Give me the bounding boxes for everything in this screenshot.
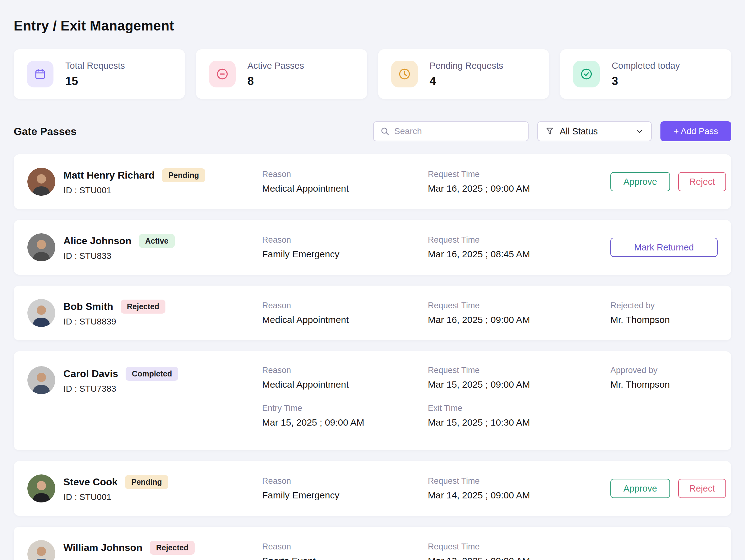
stat-card-active-passes: Active Passes 8 (196, 49, 367, 99)
funnel-icon (545, 126, 555, 136)
student-name: Bob Smith (63, 301, 113, 312)
chevron-down-icon (635, 127, 644, 136)
status-badge: Rejected (121, 300, 165, 314)
status-badge: Rejected (150, 541, 195, 555)
status-filter-value: All Status (560, 126, 630, 136)
reason-value: Medical Appointment (262, 379, 428, 390)
avatar (27, 366, 55, 394)
exit-time-label: Exit Time (428, 404, 610, 413)
stat-label: Completed today (612, 61, 680, 71)
status-badge: Active (139, 234, 175, 248)
request-time-label: Request Time (428, 169, 610, 179)
avatar (27, 233, 55, 261)
stats-row: Total Requests 15 Active Passes 8 (14, 49, 731, 99)
student-name: Alice Johnson (63, 235, 132, 247)
gate-pass-row: Steve Cook Pending ID : STU001 Reason Fa… (14, 461, 731, 516)
gate-pass-row: Alice Johnson Active ID : STU833 Reason … (14, 220, 731, 275)
search-input[interactable] (394, 126, 522, 136)
student-id: ID : STU001 (63, 185, 205, 195)
status-badge: Completed (126, 367, 178, 381)
student-id: ID : STU8839 (63, 317, 165, 327)
avatar (27, 474, 55, 502)
stat-label: Total Requests (65, 61, 125, 71)
rejected-by-value: Mr. Thompson (610, 314, 718, 325)
add-pass-button[interactable]: + Add Pass (660, 121, 731, 141)
request-time-value: Mar 13, 2025 ; 09:00 AM (428, 556, 610, 560)
student-name: Carol Davis (63, 368, 118, 379)
clock-icon (391, 61, 418, 87)
mark-returned-button[interactable]: Mark Returned (610, 238, 718, 257)
entry-time-value: Mar 15, 2025 ; 09:00 AM (262, 417, 428, 428)
page-title: Entry / Exit Management (14, 18, 731, 34)
request-time-label: Request Time (428, 301, 610, 310)
reason-value: Sports Event (262, 556, 428, 560)
stat-value: 15 (65, 75, 125, 88)
student-id: ID : STU7383 (63, 384, 178, 394)
avatar (27, 299, 55, 327)
avatar (27, 168, 55, 196)
stat-label: Active Passes (248, 61, 304, 71)
approve-button[interactable]: Approve (610, 172, 670, 191)
request-time-value: Mar 14, 2025 ; 09:00 AM (428, 490, 610, 501)
student-name: Matt Henry Richard (63, 169, 155, 181)
check-circle-icon (573, 61, 600, 87)
stat-value: 3 (612, 75, 680, 88)
approved-by-value: Mr. Thompson (610, 379, 718, 390)
rejected-by-label: Rejected by (610, 301, 718, 310)
request-time-label: Request Time (428, 476, 610, 486)
status-badge: Pending (162, 168, 205, 182)
gate-pass-row: Bob Smith Rejected ID : STU8839 Reason M… (14, 286, 731, 340)
student-name: William Johnson (63, 542, 142, 554)
reject-button[interactable]: Reject (678, 172, 726, 191)
reason-value: Family Emergency (262, 490, 428, 501)
student-id: ID : STU833 (63, 251, 175, 261)
gate-pass-row: Carol Davis Completed ID : STU7383 Reaso… (14, 351, 731, 450)
student-id: ID : STU536 (63, 558, 195, 560)
minus-circle-icon (209, 61, 236, 87)
status-filter-dropdown[interactable]: All Status (537, 121, 652, 141)
exit-time-value: Mar 15, 2025 ; 10:30 AM (428, 417, 610, 428)
stat-card-completed-today: Completed today 3 (560, 49, 731, 99)
gate-pass-row: Matt Henry Richard Pending ID : STU001 R… (14, 154, 731, 209)
stat-card-total-requests: Total Requests 15 (14, 49, 185, 99)
approve-button[interactable]: Approve (610, 479, 670, 498)
reason-label: Reason (262, 169, 428, 179)
request-time-label: Request Time (428, 235, 610, 245)
approved-by-label: Approved by (610, 366, 718, 375)
status-badge: Pending (125, 475, 168, 489)
reason-value: Family Emergency (262, 249, 428, 259)
request-time-value: Mar 16, 2025 ; 09:00 AM (428, 314, 610, 325)
student-name: Steve Cook (63, 476, 118, 488)
avatar (27, 540, 55, 560)
reason-value: Medical Appointment (262, 314, 428, 325)
reject-button[interactable]: Reject (678, 479, 726, 498)
reason-label: Reason (262, 476, 428, 486)
reason-label: Reason (262, 542, 428, 552)
reason-label: Reason (262, 235, 428, 245)
stat-value: 4 (430, 75, 504, 88)
section-heading-gate-passes: Gate Passes (14, 125, 76, 137)
search-box[interactable] (373, 121, 528, 141)
gate-pass-list: Matt Henry Richard Pending ID : STU001 R… (14, 154, 731, 560)
reason-value: Medical Appointment (262, 183, 428, 194)
request-time-label: Request Time (428, 542, 610, 552)
request-time-value: Mar 16, 2025 ; 09:00 AM (428, 183, 610, 194)
entry-time-label: Entry Time (262, 404, 428, 413)
request-time-label: Request Time (428, 366, 610, 375)
reason-label: Reason (262, 301, 428, 310)
request-time-value: Mar 15, 2025 ; 09:00 AM (428, 379, 610, 390)
search-icon (380, 126, 390, 136)
reason-label: Reason (262, 366, 428, 375)
stat-label: Pending Requests (430, 61, 504, 71)
stat-card-pending-requests: Pending Requests 4 (378, 49, 549, 99)
gate-pass-row: William Johnson Rejected ID : STU536 Rea… (14, 527, 731, 560)
calendar-icon (27, 61, 54, 87)
student-id: ID : STU001 (63, 492, 168, 502)
request-time-value: Mar 16, 2025 ; 08:45 AM (428, 249, 610, 259)
stat-value: 8 (248, 75, 304, 88)
